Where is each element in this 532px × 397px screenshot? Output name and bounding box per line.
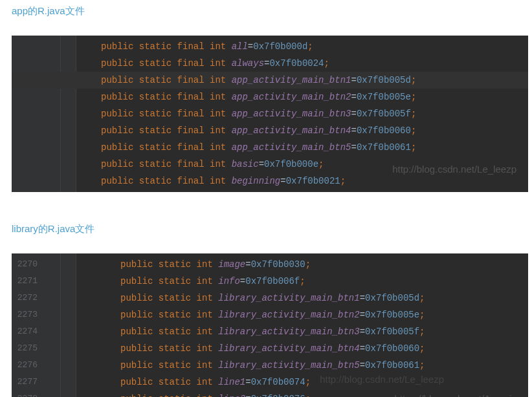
- code-line: public static int line1=0x7f0b0074;: [120, 374, 528, 391]
- semicolon: ;: [411, 125, 416, 136]
- semicolon: ;: [411, 75, 416, 85]
- code-line: public static int library_activity_main_…: [120, 357, 528, 374]
- keyword: public static int: [120, 360, 218, 370]
- hex-value: 0x7f0b005e: [365, 310, 419, 320]
- hex-value: 0x7f0b0076: [251, 394, 305, 397]
- hex-value: 0x7f0b000e: [264, 159, 318, 169]
- operator: =: [360, 327, 365, 337]
- field-name: line1: [218, 377, 245, 387]
- field-name: app_activity_main_btn2: [232, 92, 351, 102]
- keyword: public static int: [120, 259, 218, 270]
- hex-value: 0x7f0b0024: [269, 58, 324, 69]
- operator: =: [280, 176, 285, 186]
- operator: =: [240, 276, 245, 286]
- semicolon: ;: [305, 259, 311, 270]
- field-name: app_activity_main_btn4: [232, 125, 351, 136]
- code-lines: public static int image=0x7f0b0030;publi…: [12, 253, 528, 397]
- code-line: public static final int all=0x7f0b000d;: [101, 38, 528, 55]
- hex-value: 0x7f0b0060: [365, 343, 419, 354]
- hex-value: 0x7f0b005f: [365, 327, 419, 337]
- operator: =: [259, 159, 264, 169]
- hex-value: 0x7f0b005f: [357, 109, 411, 119]
- code-line: public static int line3=0x7f0b0076;: [120, 391, 528, 397]
- field-name: library_activity_main_btn3: [218, 327, 359, 337]
- semicolon: ;: [411, 142, 416, 153]
- semicolon: ;: [411, 109, 416, 119]
- operator: =: [351, 75, 356, 85]
- keyword: public static int: [120, 327, 218, 337]
- semicolon: ;: [419, 293, 425, 303]
- semicolon: ;: [305, 394, 311, 397]
- hex-value: 0x7f0b000d: [253, 41, 307, 52]
- semicolon: ;: [419, 343, 425, 354]
- code-line: public static int library_activity_main_…: [120, 290, 528, 306]
- field-name: app_activity_main_btn1: [232, 75, 351, 85]
- hex-value: 0x7f0b005d: [357, 75, 411, 85]
- hex-value: 0x7f0b005e: [357, 92, 411, 102]
- semicolon: ;: [340, 176, 346, 186]
- keyword: public static int: [120, 394, 218, 397]
- semicolon: ;: [307, 41, 313, 52]
- field-name: library_activity_main_btn1: [218, 293, 359, 303]
- field-name: library_activity_main_btn4: [218, 343, 359, 354]
- operator: =: [351, 142, 356, 153]
- section-title-app: app的R.java文件: [12, 5, 532, 17]
- operator: =: [351, 92, 356, 102]
- semicolon: ;: [324, 58, 329, 69]
- keyword: public static int: [120, 293, 218, 303]
- semicolon: ;: [419, 360, 425, 370]
- keyword: public static final int: [101, 142, 232, 153]
- operator: =: [360, 310, 365, 320]
- field-name: beginning: [232, 176, 281, 186]
- keyword: public static final int: [101, 159, 232, 169]
- code-line: public static int library_activity_main_…: [120, 323, 528, 340]
- section-title-library: library的R.java文件: [12, 223, 532, 235]
- keyword: public static final int: [101, 75, 232, 85]
- semicolon: ;: [305, 377, 311, 387]
- field-name: line3: [218, 394, 245, 397]
- keyword: public static final int: [101, 41, 232, 52]
- field-name: info: [218, 276, 240, 286]
- keyword: public static int: [120, 310, 218, 320]
- field-name: always: [232, 58, 264, 69]
- semicolon: ;: [419, 310, 425, 320]
- code-line: public static final int app_activity_mai…: [101, 105, 528, 122]
- semicolon: ;: [300, 276, 305, 286]
- code-line: public static int image=0x7f0b0030;: [120, 256, 528, 273]
- field-name: all: [232, 41, 248, 52]
- keyword: public static final int: [101, 92, 232, 102]
- field-name: app_activity_main_btn5: [232, 142, 351, 153]
- hex-value: 0x7f0b0060: [357, 125, 411, 136]
- code-lines: public static final int all=0x7f0b000d;p…: [12, 36, 528, 192]
- operator: =: [360, 360, 365, 370]
- semicolon: ;: [411, 92, 416, 102]
- hex-value: 0x7f0b0030: [251, 259, 305, 270]
- field-name: image: [218, 259, 245, 270]
- code-line: public static int library_activity_main_…: [120, 306, 528, 323]
- field-name: library_activity_main_btn5: [218, 360, 359, 370]
- hex-value: 0x7f0b005d: [365, 293, 419, 303]
- keyword: public static final int: [101, 58, 232, 69]
- code-line: public static int info=0x7f0b006f;: [120, 273, 528, 290]
- semicolon: ;: [419, 327, 425, 337]
- hex-value: 0x7f0b0061: [365, 360, 419, 370]
- semicolon: ;: [318, 159, 324, 169]
- keyword: public static int: [120, 343, 218, 354]
- keyword: public static final int: [101, 109, 232, 119]
- operator: =: [360, 293, 365, 303]
- hex-value: 0x7f0b0074: [251, 377, 305, 387]
- code-line: public static final int always=0x7f0b002…: [101, 55, 528, 72]
- code-line: public static final int basic=0x7f0b000e…: [101, 156, 528, 173]
- keyword: public static final int: [101, 125, 232, 136]
- hex-value: 0x7f0b006f: [245, 276, 300, 286]
- field-name: basic: [232, 159, 259, 169]
- code-line: public static final int app_activity_mai…: [101, 139, 528, 156]
- code-block-app: 💡 public static final int all=0x7f0b000d…: [12, 36, 528, 192]
- operator: =: [245, 377, 250, 387]
- operator: =: [351, 109, 356, 119]
- operator: =: [351, 125, 356, 136]
- field-name: library_activity_main_btn2: [218, 310, 359, 320]
- code-line: public static final int app_activity_mai…: [101, 122, 528, 139]
- code-block-library: 227022712272227322742275227622772278 pub…: [12, 253, 528, 397]
- keyword: public static int: [120, 377, 218, 387]
